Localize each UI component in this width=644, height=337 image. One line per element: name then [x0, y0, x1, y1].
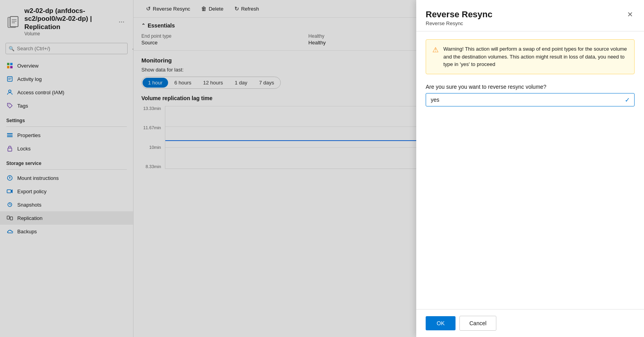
cancel-button[interactable]: Cancel	[459, 316, 496, 331]
warning-text: Warning! This action will perform a swap…	[443, 45, 628, 68]
ok-button[interactable]: OK	[426, 316, 456, 330]
panel-close-button[interactable]: ✕	[626, 9, 635, 20]
reverse-resync-panel: Reverse Resync Reverse Resync ✕ ⚠ Warnin…	[416, 0, 644, 337]
warning-icon: ⚠	[432, 46, 439, 68]
panel-subtitle: Reverse Resync	[426, 20, 492, 26]
panel-footer: OK Cancel	[416, 309, 644, 337]
confirm-label: Are you sure you want to reverse resync …	[426, 84, 635, 90]
confirm-input-wrap: ✓	[426, 93, 635, 106]
warning-box: ⚠ Warning! This action will perform a sw…	[426, 39, 635, 74]
panel-header: Reverse Resync Reverse Resync ✕	[416, 0, 644, 31]
checkmark-icon: ✓	[625, 96, 630, 103]
panel-title-block: Reverse Resync Reverse Resync	[426, 9, 492, 26]
panel-title: Reverse Resync	[426, 9, 492, 20]
panel-body: ⚠ Warning! This action will perform a sw…	[416, 31, 644, 309]
confirm-input[interactable]	[426, 93, 635, 106]
